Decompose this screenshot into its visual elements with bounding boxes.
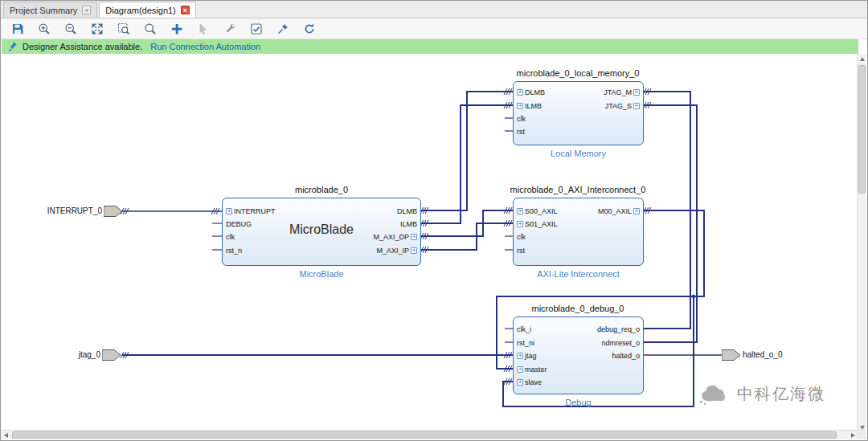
tab-diagram[interactable]: Diagram(design1) × bbox=[99, 2, 195, 18]
regenerate-layout-button[interactable] bbox=[301, 20, 318, 38]
port-debug-req-o[interactable]: debug_req_o bbox=[597, 325, 640, 334]
port-label: jtag bbox=[525, 351, 537, 361]
expand-port-icon[interactable]: + bbox=[517, 89, 523, 96]
port-ilmb[interactable]: +ILMB bbox=[517, 101, 542, 111]
port-label: clk_i bbox=[517, 325, 531, 334]
close-icon[interactable]: × bbox=[181, 6, 190, 14]
port-jtag-s[interactable]: JTAG_S+ bbox=[605, 101, 640, 111]
run-connection-automation-link[interactable]: Run Connection Automation bbox=[150, 42, 260, 51]
port-dlmb[interactable]: DLMB bbox=[397, 206, 417, 216]
fit-view-button[interactable] bbox=[88, 20, 106, 38]
scrollbar-corner bbox=[857, 430, 866, 439]
expand-port-icon[interactable]: + bbox=[633, 89, 640, 96]
port-label: DLMB bbox=[397, 206, 417, 216]
block-caption-debug: Debug bbox=[513, 398, 644, 407]
search-button[interactable] bbox=[141, 20, 159, 38]
port-debug[interactable]: DEBUG bbox=[226, 219, 252, 229]
port-ndmreset-o[interactable]: ndmreset_o bbox=[601, 338, 640, 348]
diagram-canvas[interactable]: microblade_0_local_memory_0 +DLMB +ILMB … bbox=[2, 54, 858, 433]
port-label: M_AXI_DP bbox=[373, 232, 409, 242]
zoom-out-button[interactable] bbox=[62, 20, 80, 38]
vertical-scrollbar[interactable] bbox=[857, 54, 866, 433]
port-s01-axil[interactable]: +S01_AXIL bbox=[517, 219, 558, 229]
expand-port-icon[interactable]: + bbox=[517, 208, 523, 214]
pointer-button-disabled[interactable] bbox=[194, 20, 212, 38]
port-label: JTAG_M bbox=[604, 88, 632, 97]
save-button[interactable] bbox=[9, 20, 27, 38]
port-label: ILMB bbox=[400, 219, 417, 229]
port-jtag[interactable]: +jtag bbox=[517, 351, 537, 361]
port-jtag-m[interactable]: JTAG_M+ bbox=[604, 88, 640, 97]
expand-port-icon[interactable]: + bbox=[633, 208, 640, 214]
port-m-axi-ip[interactable]: M_AXI_IP+ bbox=[376, 246, 417, 255]
block-caption-axi-interconnect: AXI-Lite Interconnect bbox=[513, 269, 644, 279]
vendor-watermark-text: 中科亿海微 bbox=[737, 383, 825, 405]
zoom-selection-icon bbox=[117, 22, 130, 35]
scroll-right-arrow[interactable] bbox=[851, 433, 855, 438]
block-microblade[interactable]: MicroBlade +INTERRUPT DEBUG clk rst_n DL… bbox=[222, 198, 421, 266]
block-local-memory[interactable]: +DLMB +ILMB clk rst JTAG_M+ JTAG_S+ bbox=[513, 81, 644, 145]
block-caption-microblade: MicroBlade bbox=[222, 269, 421, 279]
port-label: M_AXI_IP bbox=[376, 246, 409, 255]
expand-port-icon[interactable]: + bbox=[517, 379, 523, 386]
customize-button[interactable] bbox=[221, 20, 239, 38]
block-title-debug: microblade_0_debug_0 bbox=[473, 304, 682, 313]
port-label: JTAG_S bbox=[605, 101, 632, 111]
block-debug[interactable]: clk_i rst_ni +jtag +master +slave debug_… bbox=[513, 316, 644, 394]
scroll-up-arrow[interactable] bbox=[860, 57, 865, 61]
block-title-local-memory: microblade_0_local_memory_0 bbox=[465, 68, 690, 78]
horizontal-scrollbar[interactable] bbox=[1, 430, 858, 439]
vertical-scrollbar-thumb[interactable] bbox=[858, 65, 866, 194]
wires-svg[interactable] bbox=[2, 54, 858, 433]
port-m00-axil[interactable]: M00_AXIL+ bbox=[598, 206, 640, 216]
expand-port-icon[interactable]: + bbox=[633, 103, 640, 109]
external-port-label: INTERRUPT_0 bbox=[26, 206, 102, 217]
zoom-selection-button[interactable] bbox=[115, 20, 133, 38]
port-s00-axil[interactable]: +S00_AXIL bbox=[517, 206, 558, 216]
tab-project-summary[interactable]: Project Summary × bbox=[3, 2, 97, 18]
scroll-left-arrow[interactable] bbox=[4, 433, 8, 438]
port-clk[interactable]: clk bbox=[226, 232, 235, 242]
port-rst-ni[interactable]: rst_ni bbox=[517, 338, 534, 348]
expand-port-icon[interactable]: + bbox=[517, 221, 523, 227]
port-rst[interactable]: rst bbox=[517, 246, 525, 255]
external-port-jtag-0[interactable]: jtag_0 bbox=[47, 349, 121, 361]
port-rst[interactable]: rst bbox=[517, 127, 525, 137]
close-icon[interactable]: × bbox=[82, 6, 91, 14]
port-clk[interactable]: clk bbox=[517, 114, 526, 124]
expand-port-icon[interactable]: + bbox=[411, 247, 417, 254]
expand-port-icon[interactable]: + bbox=[226, 208, 232, 214]
zoom-in-button[interactable] bbox=[35, 20, 53, 38]
port-label: S00_AXIL bbox=[525, 206, 558, 216]
port-label: rst_n bbox=[226, 246, 242, 255]
port-label: ndmreset_o bbox=[601, 338, 640, 348]
external-port-interrupt-0[interactable]: INTERRUPT_0 bbox=[26, 206, 123, 217]
port-rst-n[interactable]: rst_n bbox=[226, 246, 242, 255]
port-interrupt[interactable]: +INTERRUPT bbox=[226, 206, 276, 216]
port-master[interactable]: +master bbox=[517, 365, 547, 374]
port-ilmb[interactable]: ILMB bbox=[400, 219, 417, 229]
port-slave[interactable]: +slave bbox=[517, 378, 542, 387]
port-halted-o[interactable]: halted_o bbox=[612, 351, 640, 361]
expand-port-icon[interactable]: + bbox=[517, 366, 523, 373]
expand-port-icon[interactable]: + bbox=[517, 353, 523, 359]
port-dlmb[interactable]: +DLMB bbox=[517, 88, 545, 97]
pin-button[interactable] bbox=[274, 20, 292, 38]
expand-port-icon[interactable]: + bbox=[411, 234, 417, 240]
search-icon bbox=[144, 22, 157, 35]
block-axi-interconnect[interactable]: +S00_AXIL +S01_AXIL clk rst M00_AXIL+ bbox=[513, 198, 644, 266]
port-label: halted_o bbox=[612, 351, 640, 361]
port-label: S01_AXIL bbox=[525, 219, 558, 229]
external-port-halted-o-0[interactable]: halted_o_0 bbox=[722, 349, 783, 361]
port-clk-i[interactable]: clk_i bbox=[517, 325, 531, 334]
port-m-axi-dp[interactable]: M_AXI_DP+ bbox=[373, 232, 417, 242]
port-clk[interactable]: clk bbox=[517, 232, 526, 242]
add-ip-button[interactable] bbox=[168, 20, 186, 38]
input-port-arrow-icon[interactable] bbox=[102, 349, 121, 361]
horizontal-scrollbar-thumb[interactable] bbox=[12, 431, 837, 439]
output-port-arrow-icon[interactable] bbox=[722, 349, 741, 361]
pin-icon bbox=[276, 22, 289, 35]
expand-port-icon[interactable]: + bbox=[517, 103, 523, 109]
validate-design-button[interactable] bbox=[248, 20, 265, 38]
input-port-arrow-icon[interactable] bbox=[104, 206, 123, 217]
